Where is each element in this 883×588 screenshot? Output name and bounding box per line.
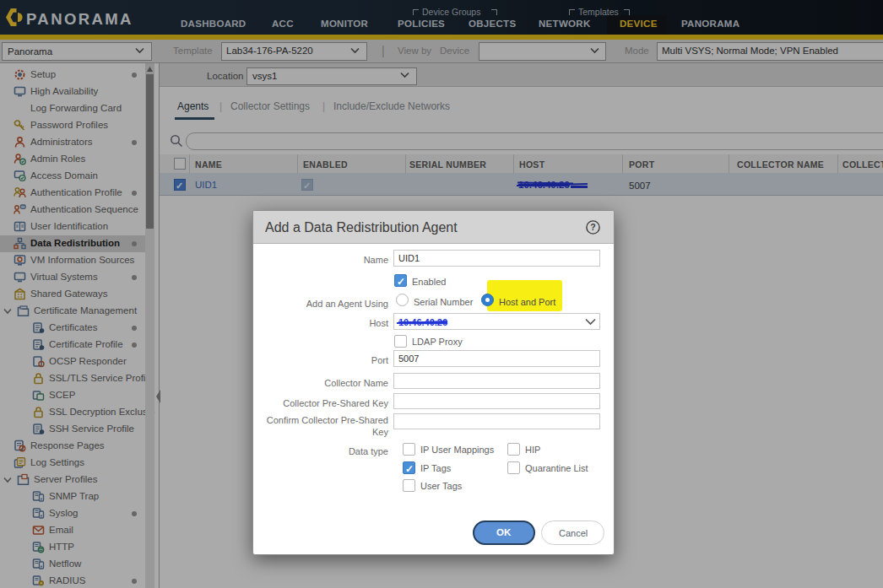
svg-text:?: ? <box>590 222 595 232</box>
